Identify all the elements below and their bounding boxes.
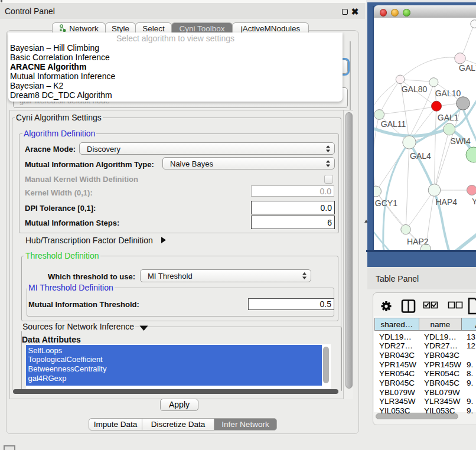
svg-text:GAL80: GAL80	[402, 84, 428, 94]
svg-text:GAL10: GAL10	[435, 89, 461, 98]
svg-text:GAL11: GAL11	[381, 119, 406, 129]
svg-text:GCY1: GCY1	[375, 198, 397, 208]
svg-text:SWI4: SWI4	[451, 136, 471, 146]
svg-text:HAP2: HAP2	[407, 237, 429, 246]
svg-text:GAL7: GAL7	[459, 63, 476, 73]
svg-text:GAL1: GAL1	[438, 113, 459, 122]
svg-text:GAL4: GAL4	[410, 151, 431, 161]
svg-text:Y: Y	[472, 197, 476, 206]
svg-text:HAP4: HAP4	[436, 197, 458, 207]
